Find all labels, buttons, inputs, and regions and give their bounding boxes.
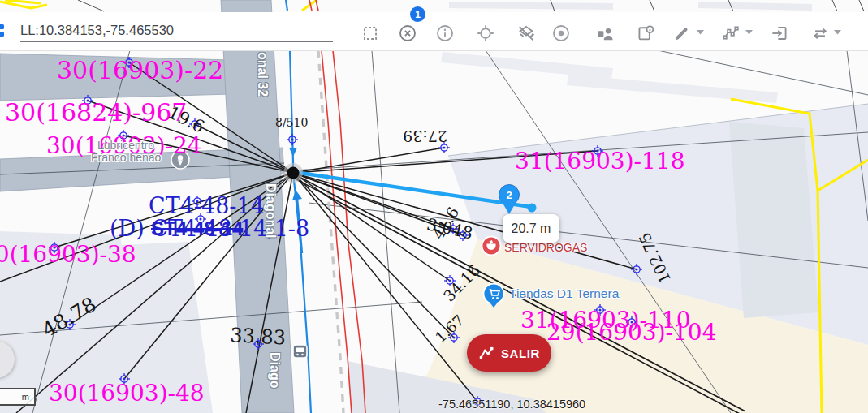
servidrogas-poi-icon[interactable] <box>482 237 501 256</box>
top-toolbar: 1 <box>0 12 868 51</box>
gis-app-window: 2 30(16903)-2230(16824)-96730(16903)-243… <box>0 0 868 413</box>
repeat-icon[interactable] <box>810 23 831 44</box>
draw-network-icon[interactable] <box>720 23 741 44</box>
document-info-icon[interactable] <box>635 23 656 44</box>
coords-readout: -75.46551190, 10.38415960 <box>438 398 585 411</box>
measurement-endpoint-dot[interactable] <box>528 204 537 213</box>
pin-number: 2 <box>506 189 512 201</box>
repeat-dropdown-caret[interactable] <box>834 30 841 35</box>
network-icon <box>478 345 494 361</box>
salir-button[interactable]: SALIR <box>467 334 551 372</box>
bus-stop-icon[interactable] <box>293 345 307 358</box>
network-dropdown-caret[interactable] <box>745 30 753 35</box>
hub-node[interactable] <box>283 163 303 183</box>
edit-dropdown-caret[interactable] <box>697 30 704 35</box>
building-block <box>0 231 213 413</box>
measurement-tooltip: 20.7 m <box>503 214 559 243</box>
panel-handle-icon[interactable] <box>0 24 7 38</box>
coordinate-input[interactable] <box>20 19 333 42</box>
info-icon[interactable] <box>434 23 456 44</box>
edit-pencil-icon[interactable] <box>672 23 693 44</box>
measurement-distance: 20.7 m <box>512 222 551 236</box>
map-canvas[interactable]: 2 <box>0 0 868 413</box>
layers-off-icon[interactable] <box>516 23 537 44</box>
street-view-icon[interactable] <box>594 23 615 44</box>
exit-to-app-icon[interactable] <box>769 23 790 44</box>
more-options-icon[interactable] <box>857 23 868 44</box>
locate-crosshair-icon[interactable] <box>475 23 496 44</box>
salir-label: SALIR <box>501 346 540 360</box>
scale-unit: m <box>22 392 29 402</box>
road-horizontal <box>0 54 231 101</box>
selection-count-badge: 1 <box>410 6 425 22</box>
marquee-select-icon[interactable] <box>360 23 381 44</box>
scale-bar: m <box>0 388 36 406</box>
building-block <box>729 122 818 318</box>
lubricentro-poi-icon[interactable] <box>171 151 189 169</box>
clear-selection-icon[interactable] <box>397 23 418 44</box>
record-point-icon[interactable] <box>551 23 572 44</box>
